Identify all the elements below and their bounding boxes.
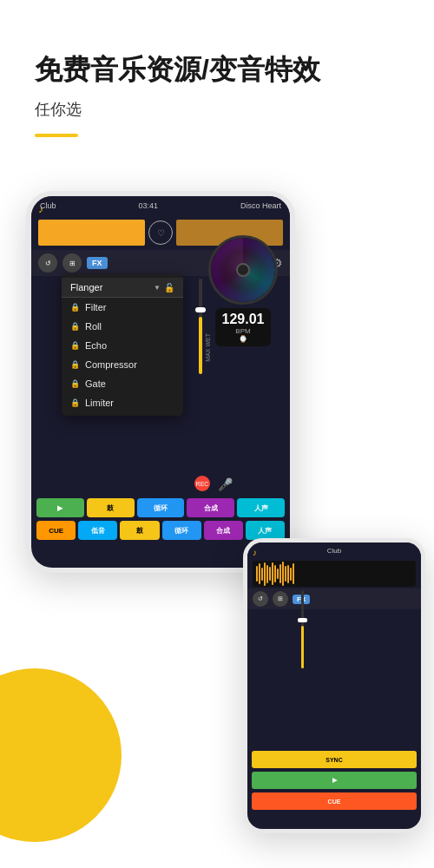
sec-pad-row-2: ▶: [247, 770, 421, 791]
sec-mixer-track[interactable]: [301, 590, 304, 668]
waveform-bar: [43, 227, 45, 240]
sec-pad-play[interactable]: ▶: [252, 772, 417, 789]
fx-item-roll[interactable]: 🔒 Roll: [62, 317, 183, 336]
bpm-label: BPM: [222, 327, 265, 335]
fx-selected-label: Flanger: [70, 282, 150, 293]
waveform-bar: [95, 227, 97, 239]
waveform-bar: [46, 221, 48, 245]
sec-music-note-icon: ♪: [253, 548, 257, 557]
hero-subtitle: 任你选: [35, 99, 399, 120]
waveform-bar: [62, 227, 63, 239]
waveform-bar: [114, 223, 115, 243]
fx-item-limiter[interactable]: 🔒 Limiter: [62, 393, 183, 412]
waveform-bar: [72, 224, 74, 242]
lock-icon-roll: 🔒: [70, 322, 80, 331]
bpm-icon: ⌚: [222, 335, 265, 343]
lock-icon-filter: 🔒: [70, 303, 80, 312]
sec-wbar: [293, 563, 294, 584]
sec-mixer-fill: [301, 626, 304, 669]
pad-loop[interactable]: 循环: [137, 498, 185, 517]
waveform-bar: [59, 223, 61, 243]
waveform-bar: [111, 227, 113, 240]
sec-wbar: [259, 563, 260, 584]
sec-mixer-thumb[interactable]: [298, 618, 307, 622]
pad-synth[interactable]: 合成: [187, 498, 234, 517]
waveform-bar: [90, 225, 92, 240]
track-time: 03:41: [138, 201, 158, 210]
waveform-bar: [85, 227, 87, 240]
sec-pad-area: SYNC ▶ CUE: [247, 749, 421, 812]
right-panel: 129.01 BPM ⌚: [200, 235, 286, 346]
rec-button[interactable]: REC: [194, 476, 210, 491]
sec-wbar: [269, 567, 271, 582]
sec-wbar: [264, 562, 266, 586]
pad-bass[interactable]: 低音: [78, 521, 117, 540]
decoration-circle: [0, 668, 122, 842]
waveform-bar: [54, 221, 56, 244]
sec-pad-row-3: CUE: [247, 791, 421, 812]
sec-wbar: [266, 565, 268, 583]
waveform-bar: [101, 226, 102, 240]
sec-wbar: [287, 565, 289, 583]
vinyl-disc[interactable]: [208, 235, 278, 305]
waveform-bar: [75, 226, 76, 240]
phone-secondary-mockup: ♪ Club: [243, 538, 425, 833]
waveform-left: [38, 220, 145, 246]
fx-item-echo[interactable]: 🔒 Echo: [62, 336, 183, 355]
sec-wbar: [279, 564, 281, 584]
fx-item-gate[interactable]: 🔒 Gate: [62, 374, 183, 393]
sec-waveform: [253, 561, 416, 587]
waveform-bar: [103, 220, 105, 246]
sec-pad-sync[interactable]: SYNC: [252, 751, 417, 768]
waveform-bars-left: [38, 220, 145, 246]
sec-wbar: [277, 569, 279, 579]
pad-vocal-2[interactable]: 人声: [246, 521, 285, 540]
fx-item-compressor[interactable]: 🔒 Compressor: [62, 355, 183, 374]
vinyl-center: [236, 263, 250, 277]
pad-vocal[interactable]: 人声: [237, 498, 285, 517]
waveform-bar: [106, 224, 108, 241]
waveform-bar: [51, 226, 53, 240]
sec-wbar: [272, 562, 273, 585]
waveform-bar: [98, 224, 100, 242]
pad-play[interactable]: ▶: [36, 498, 84, 517]
sec-wbar: [290, 568, 292, 581]
eq-button[interactable]: ⊞: [62, 253, 82, 273]
sync-button[interactable]: ↺: [38, 253, 57, 273]
fx-item-filter[interactable]: 🔒 Filter: [62, 298, 183, 317]
waveform-bar: [82, 221, 84, 245]
sec-pad-cue[interactable]: CUE: [252, 792, 417, 810]
sec-wbar: [285, 566, 286, 582]
pad-area: ▶ 鼓 循环 合成 人声 CUE 低音 鼓 循环 合成 人声: [31, 496, 290, 542]
sec-wave-bars: [253, 561, 298, 587]
pad-drum[interactable]: 鼓: [87, 498, 135, 517]
hero-underline: [35, 134, 78, 137]
lock-icon-echo: 🔒: [70, 341, 80, 350]
pad-row-2: CUE 低音 鼓 循环 合成 人声: [31, 519, 290, 542]
waveform-bar: [49, 224, 50, 242]
sec-wbar: [274, 565, 276, 582]
pad-drum-2[interactable]: 鼓: [120, 521, 159, 540]
sec-wbar: [256, 566, 258, 582]
dj-app-secondary: ♪ Club: [247, 542, 421, 829]
fx-lock-icon: 🔓: [164, 283, 174, 293]
heartbeat-icon: ♡: [148, 220, 173, 245]
waveform-bar: [77, 222, 79, 243]
pad-cue[interactable]: CUE: [36, 521, 76, 540]
mic-icon[interactable]: 🎤: [218, 477, 233, 491]
waveform-bar: [67, 225, 69, 240]
sec-eq-button[interactable]: ⊞: [273, 591, 288, 607]
bpm-display: 129.01 BPM ⌚: [215, 308, 272, 346]
waveform-bar: [80, 224, 82, 241]
sec-pad-row-1: SYNC: [247, 749, 421, 770]
fx-arrow-icon: ▼: [154, 284, 161, 292]
waveform-bar: [64, 220, 66, 246]
pad-row-1: ▶ 鼓 循环 合成 人声: [31, 496, 290, 519]
track-name-right: Disco Heart: [240, 201, 281, 210]
pad-loop-2[interactable]: 循环: [162, 521, 201, 540]
pad-synth-2[interactable]: 合成: [204, 521, 243, 540]
sec-sync-button[interactable]: ↺: [253, 591, 268, 607]
fx-badge[interactable]: FX: [87, 257, 108, 269]
sec-wbar: [282, 562, 284, 587]
sec-mixer: [295, 590, 309, 668]
